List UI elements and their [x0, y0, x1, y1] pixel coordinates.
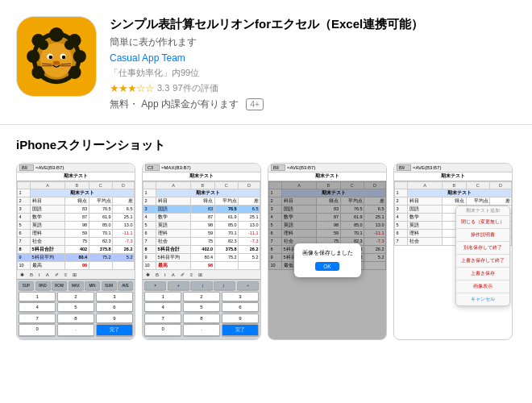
rating-value: 3.3	[157, 83, 169, 93]
screenshot-3: B9 =AVE(B3:B7) 期末テスト	[268, 163, 387, 340]
formula-bar-1: B9 =AVE(B3:B7)	[17, 164, 135, 172]
dialog-message: 画像を保存しました	[302, 250, 353, 257]
svg-point-12	[64, 39, 75, 50]
menu-title: 期末テスト追加	[456, 206, 509, 216]
menu-overwrite[interactable]: 上書き保存	[456, 268, 509, 280]
action-menu: 期末テスト追加 閉じる（変更無し） 操作説明書 別名保存して終了 上書き保存して…	[455, 206, 510, 306]
screenshots-title: iPhoneスクリーンショット	[16, 138, 516, 153]
svg-point-15	[49, 56, 53, 60]
app-info: シンプル表計算セルリオンforエクセル（Excel連携可能） 簡単に表が作れます…	[110, 16, 516, 111]
age-badge: 4+	[246, 98, 263, 110]
menu-manual[interactable]: 操作説明書	[456, 229, 509, 242]
svg-point-3	[49, 27, 64, 42]
screenshot-4: B9 =AVE(B3:B7) 期末テスト	[393, 163, 513, 340]
app-category: 「仕事効率化」内99位	[110, 67, 516, 79]
app-developer[interactable]: Casual App Team	[110, 52, 516, 64]
stars: ★★★☆☆	[110, 82, 154, 94]
menu-image[interactable]: 画像表示	[456, 280, 509, 293]
svg-point-6	[27, 50, 39, 63]
menu-overwrite-exit[interactable]: 上書き保存して終了	[456, 255, 509, 268]
screenshots-row: B9 =AVE(B3:B7) 期末テスト	[16, 163, 516, 340]
save-dialog: 画像を保存しました OK	[294, 243, 361, 277]
app-icon	[16, 16, 97, 97]
menu-cancel[interactable]: キャンセル	[456, 293, 509, 305]
screenshot-2: C3 =MAX(B3:B7) 期末テスト	[142, 163, 261, 340]
menu-close[interactable]: 閉じる（変更無し）	[456, 216, 509, 229]
app-title: シンプル表計算セルリオンforエクセル（Excel連携可能）	[110, 16, 516, 32]
rating-count: 97件の評価	[172, 82, 218, 94]
screenshot-1: B9 =AVE(B3:B7) 期末テスト	[16, 163, 135, 340]
screenshots-section: iPhoneスクリーンショット B9 =AVE(B3:B7) 期末テスト	[0, 125, 532, 356]
svg-point-17	[53, 60, 60, 64]
app-header: シンプル表計算セルリオンforエクセル（Excel連携可能） 簡単に表が作れます…	[0, 0, 532, 125]
app-rating: ★★★☆☆ 3.3 97件の評価	[110, 82, 516, 94]
dialog-ok-button[interactable]: OK	[315, 262, 339, 271]
app-subtitle: 簡単に表が作れます	[110, 35, 516, 49]
menu-save-as[interactable]: 別名保存して終了	[456, 242, 509, 255]
formula-bar-2: C3 =MAX(B3:B7)	[143, 164, 260, 172]
save-dialog-overlay: 画像を保存しました OK	[268, 181, 386, 339]
svg-point-16	[62, 56, 66, 60]
app-price: 無料・ App 内課金が有ります 4+	[110, 98, 516, 111]
svg-point-11	[39, 39, 49, 50]
svg-point-7	[73, 50, 86, 63]
